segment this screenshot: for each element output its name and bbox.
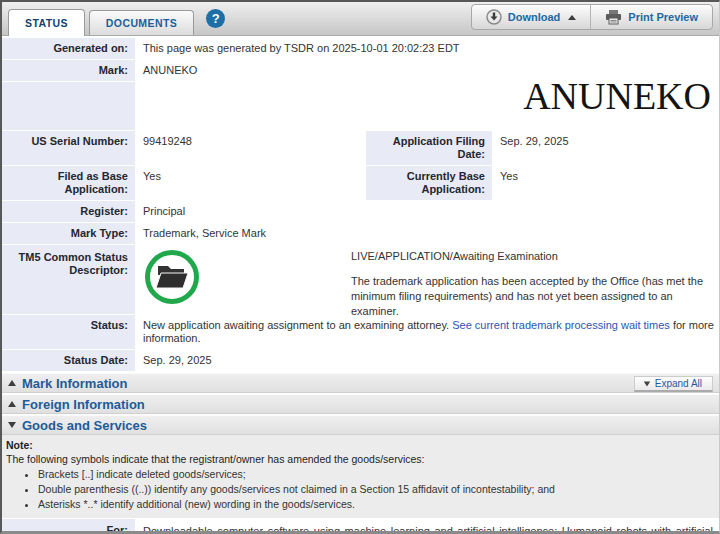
field-label: For: bbox=[2, 519, 135, 534]
tm5-status-badge bbox=[145, 250, 199, 304]
collapse-chevron-icon bbox=[8, 401, 16, 407]
field-label: US Serial Number: bbox=[2, 131, 135, 165]
field-label: TM5 Common Status Descriptor: bbox=[2, 245, 135, 314]
field-value: Yes bbox=[135, 166, 363, 200]
print-preview-button[interactable]: Print Preview bbox=[590, 5, 712, 29]
section-header-foreign-information[interactable]: Foreign Information bbox=[2, 394, 719, 414]
field-value: New application awaiting assignment to a… bbox=[135, 315, 719, 349]
row-generated-on: Generated on: This page was generated by… bbox=[2, 38, 719, 59]
processing-wait-times-link[interactable]: See current trademark processing wait ti… bbox=[452, 319, 670, 331]
tm5-description: The trademark application has been accep… bbox=[351, 274, 711, 319]
download-caret-icon bbox=[568, 15, 576, 20]
expand-all-label: Expand All bbox=[655, 378, 702, 389]
field-value: 99419248 bbox=[135, 131, 363, 165]
collapse-chevron-icon bbox=[8, 380, 16, 386]
note-bullet-list: Brackets [..] indicate deleted goods/ser… bbox=[38, 468, 713, 510]
mark-image: ANUNEKO bbox=[523, 74, 711, 118]
field-value: LIVE/APPLICATION/Awaiting Examination Th… bbox=[135, 245, 719, 314]
note-bullet: Double parenthesis ((..)) identify any g… bbox=[38, 483, 713, 495]
section-header-goods-and-services[interactable]: Goods and Services bbox=[2, 415, 719, 435]
note-bullet: Brackets [..] indicate deleted goods/ser… bbox=[38, 468, 713, 480]
open-folder-icon bbox=[154, 262, 190, 292]
section-title: Goods and Services bbox=[22, 418, 147, 433]
section-header-mark-information[interactable]: Mark Information Expand All bbox=[2, 373, 719, 393]
tm5-status-line: LIVE/APPLICATION/Awaiting Examination bbox=[351, 250, 711, 263]
row-status-date: Status Date: Sep. 29, 2025 bbox=[2, 350, 719, 371]
print-preview-button-label: Print Preview bbox=[628, 11, 698, 23]
field-label: Status Date: bbox=[2, 350, 135, 371]
field-label: Register: bbox=[2, 201, 135, 222]
download-button[interactable]: Download bbox=[472, 5, 591, 29]
goods-for-row: For: Downloadable computer software usin… bbox=[2, 519, 719, 534]
field-label: Mark Type: bbox=[2, 223, 135, 244]
tm5-text-block: LIVE/APPLICATION/Awaiting Examination Th… bbox=[351, 250, 711, 319]
field-label: Generated on: bbox=[2, 38, 135, 59]
field-value: This page was generated by TSDR on 2025-… bbox=[135, 38, 719, 59]
section-title: Foreign Information bbox=[22, 397, 145, 412]
row-serial-filing: US Serial Number: 99419248 Application F… bbox=[2, 131, 719, 165]
expand-all-button[interactable]: Expand All bbox=[634, 376, 713, 392]
note-title: Note: bbox=[6, 439, 713, 451]
row-mark-type: Mark Type: Trademark, Service Mark bbox=[2, 223, 719, 244]
goods-for-text: Downloadable computer software using mac… bbox=[135, 519, 719, 534]
expand-chevron-icon bbox=[8, 422, 16, 428]
note-bullet: Asterisks *..* identify additional (new)… bbox=[38, 498, 713, 510]
expand-all-caret-icon bbox=[644, 381, 650, 386]
status-fields: Generated on: This page was generated by… bbox=[2, 38, 719, 371]
field-label: Mark: bbox=[2, 60, 135, 81]
field-value: Principal bbox=[135, 201, 719, 222]
download-button-label: Download bbox=[508, 11, 561, 23]
section-title: Mark Information bbox=[22, 376, 127, 391]
download-icon bbox=[486, 9, 502, 25]
tab-documents[interactable]: DOCUMENTS bbox=[89, 10, 194, 35]
printer-icon bbox=[605, 10, 622, 25]
field-label-spacer bbox=[2, 82, 135, 130]
row-base-application: Filed as Base Application: Yes Currently… bbox=[2, 166, 719, 200]
field-label: Filed as Base Application: bbox=[2, 166, 135, 200]
field-value: Sep. 29, 2025 bbox=[135, 350, 719, 371]
mark-image-row: ANUNEKO bbox=[2, 82, 719, 130]
row-tm5-descriptor: TM5 Common Status Descriptor: LIVE/APPLI… bbox=[2, 245, 719, 314]
row-register: Register: Principal bbox=[2, 201, 719, 222]
status-text-before: New application awaiting assignment to a… bbox=[143, 319, 452, 331]
toolbar-button-group: Download Print Preview bbox=[471, 4, 713, 30]
field-value: Trademark, Service Mark bbox=[135, 223, 719, 244]
note-intro: The following symbols indicate that the … bbox=[6, 453, 713, 465]
field-value: Sep. 29, 2025 bbox=[492, 131, 719, 165]
field-value: Yes bbox=[492, 166, 719, 200]
field-label: Currently Base Application: bbox=[366, 166, 492, 200]
row-status: Status: New application awaiting assignm… bbox=[2, 315, 719, 349]
goods-services-note: Note: The following symbols indicate tha… bbox=[2, 435, 719, 518]
field-label: Application Filing Date: bbox=[366, 131, 492, 165]
tsdr-status-page: STATUS DOCUMENTS ? Download bbox=[0, 0, 720, 534]
help-icon[interactable]: ? bbox=[206, 9, 225, 28]
field-label: Status: bbox=[2, 315, 135, 349]
tab-bar: STATUS DOCUMENTS ? Download bbox=[2, 2, 719, 36]
tab-status[interactable]: STATUS bbox=[8, 9, 85, 36]
